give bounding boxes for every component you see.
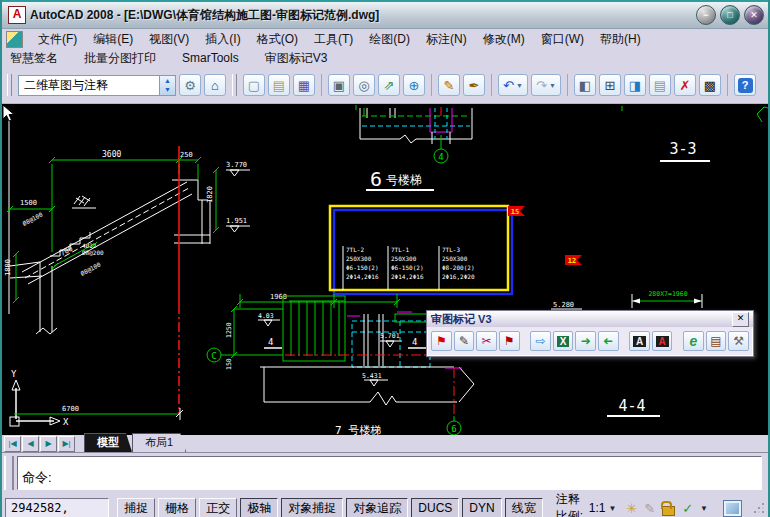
designcenter-button[interactable]: ⊞ bbox=[599, 74, 621, 96]
menu-file[interactable]: 文件(F) bbox=[31, 30, 84, 49]
annotation-scale-dropdown-icon[interactable]: ▼ bbox=[608, 504, 616, 513]
coordinate-readout[interactable]: 2942582, -2829074, 0 bbox=[5, 498, 109, 517]
toolbar-lock-icon[interactable] bbox=[662, 506, 675, 516]
svg-text:Φ8-200(2): Φ8-200(2) bbox=[442, 264, 475, 271]
maximize-button[interactable]: □ bbox=[720, 5, 740, 25]
annotation-visibility-icon[interactable]: ✳ bbox=[626, 501, 637, 516]
modify-markup-button[interactable]: ✂ bbox=[476, 331, 497, 351]
menu-tools[interactable]: 工具(T) bbox=[307, 30, 360, 49]
my-workspace-button[interactable]: ⌂ bbox=[204, 74, 226, 96]
review-toolbar-titlebar[interactable]: 审图标记 V3 ✕ bbox=[427, 311, 753, 327]
brush-icon: ✒ bbox=[469, 78, 480, 93]
markup-flag-15[interactable]: 15 bbox=[508, 206, 525, 216]
redo-dropdown-icon[interactable]: ▼ bbox=[549, 82, 556, 89]
browser-view-button[interactable]: e bbox=[683, 331, 704, 351]
menu-dimension[interactable]: 标注(N) bbox=[419, 30, 474, 49]
export-excel-button[interactable]: X bbox=[553, 331, 574, 351]
save-button[interactable]: ▦ bbox=[293, 74, 315, 96]
prev-markup-button[interactable]: ➜ bbox=[598, 331, 619, 351]
tab-prev-icon[interactable]: ◀ bbox=[22, 436, 39, 452]
mouse-cursor-icon bbox=[2, 104, 15, 123]
annotation-scale-value[interactable]: 1:1 bbox=[589, 501, 606, 515]
drawing-canvas[interactable]: 3600 250 3.770 1500 1820 1.951 700 1800 … bbox=[2, 104, 768, 435]
menu-edit[interactable]: 编辑(E) bbox=[86, 30, 140, 49]
redo-button[interactable]: ↷▼ bbox=[531, 74, 561, 96]
tool-palettes-button[interactable]: ◨ bbox=[624, 74, 646, 96]
command-input[interactable]: 命令: bbox=[17, 456, 762, 490]
sheet-set-manager-button[interactable]: ▤ bbox=[649, 74, 671, 96]
resize-grip[interactable] bbox=[753, 502, 765, 514]
tab-model[interactable]: 模型 bbox=[84, 433, 132, 452]
tab-layout1[interactable]: 布局1 bbox=[132, 433, 186, 452]
workspace-settings-button[interactable]: ⚙ bbox=[179, 74, 201, 96]
publish-pdf-button[interactable]: A bbox=[652, 331, 673, 351]
svg-text:1.951: 1.951 bbox=[226, 217, 247, 225]
help-button[interactable]: ? bbox=[734, 74, 756, 96]
quickcalc-button[interactable]: ▩ bbox=[699, 74, 721, 96]
review-toolbar-close-button[interactable]: ✕ bbox=[732, 312, 749, 327]
toolbar-grip[interactable] bbox=[7, 74, 12, 96]
export-report-button[interactable]: ⇨ bbox=[530, 331, 551, 351]
trusted-autodesk-icon[interactable]: ✓ bbox=[682, 501, 693, 516]
publish-button[interactable]: ⇗ bbox=[378, 74, 400, 96]
minimize-button[interactable]: − bbox=[696, 5, 716, 25]
svg-text:2Φ14,2Φ16: 2Φ14,2Φ16 bbox=[346, 273, 379, 280]
plot-preview-button[interactable]: ◎ bbox=[353, 74, 375, 96]
close-button[interactable]: ✕ bbox=[744, 5, 764, 25]
command-window-grip[interactable] bbox=[4, 456, 14, 490]
properties-button[interactable]: ◧ bbox=[574, 74, 596, 96]
menu-help[interactable]: 帮助(H) bbox=[593, 30, 648, 49]
next-markup-button[interactable]: ➜ bbox=[575, 331, 596, 351]
toolbar-grip[interactable] bbox=[232, 74, 237, 96]
menu-window[interactable]: 窗口(W) bbox=[534, 30, 591, 49]
beam-schedule: 7TL-2 250X300 Φ6-150(2) 2Φ14,2Φ16 7TL-1 … bbox=[343, 246, 475, 290]
toggle-osnap[interactable]: 对象捕捉 bbox=[281, 498, 343, 517]
settings-button[interactable]: ⚒ bbox=[728, 331, 749, 351]
section-left-labels: 3600 250 3.770 1500 1820 1.951 700 1800 … bbox=[4, 150, 250, 277]
3d-dwf-button[interactable]: ⊕ bbox=[403, 74, 425, 96]
menu-smart-signature[interactable]: 智慧签名 bbox=[10, 50, 58, 67]
publish-icon: ⇗ bbox=[384, 78, 395, 93]
toggle-ortho[interactable]: 正交 bbox=[199, 498, 237, 517]
svg-text:3.770: 3.770 bbox=[226, 161, 247, 169]
tab-first-icon[interactable]: |◀ bbox=[4, 436, 21, 452]
markup-flag-12[interactable]: 12 bbox=[565, 255, 582, 265]
menu-smartools[interactable]: SmarTools bbox=[182, 51, 239, 65]
toggle-dyn[interactable]: DYN bbox=[462, 498, 501, 517]
toggle-ducs[interactable]: DUCS bbox=[411, 498, 459, 517]
menu-insert[interactable]: 插入(I) bbox=[198, 30, 247, 49]
undo-dropdown-icon[interactable]: ▼ bbox=[516, 82, 523, 89]
tab-next-icon[interactable]: ▶ bbox=[40, 436, 57, 452]
cad-drawing: 3600 250 3.770 1500 1820 1.951 700 1800 … bbox=[2, 104, 768, 435]
plot-button[interactable]: ▣ bbox=[328, 74, 350, 96]
clean-screen-button[interactable] bbox=[723, 500, 742, 517]
edit-markup-button[interactable]: ✎ bbox=[454, 331, 475, 351]
toggle-snap[interactable]: 捕捉 bbox=[117, 498, 155, 517]
sketch-button[interactable]: ✎ bbox=[438, 74, 460, 96]
menu-batch-plot[interactable]: 批量分图打印 bbox=[84, 50, 156, 67]
publish-dwf-button[interactable]: A bbox=[629, 331, 650, 351]
tab-last-icon[interactable]: ▶| bbox=[58, 436, 75, 452]
match-properties-button[interactable]: ✒ bbox=[463, 74, 485, 96]
menu-format[interactable]: 格式(O) bbox=[250, 30, 305, 49]
menu-review-markup-v3[interactable]: 审图标记V3 bbox=[265, 50, 328, 67]
workspace-dropdown[interactable]: 二维草图与注释 ▲▼ bbox=[18, 75, 176, 96]
add-markup-button[interactable]: ⚑ bbox=[431, 331, 452, 351]
menu-draw[interactable]: 绘图(D) bbox=[362, 30, 417, 49]
undo-button[interactable]: ↶▼ bbox=[498, 74, 528, 96]
toggle-lwt[interactable]: 线宽 bbox=[505, 498, 543, 517]
open-button[interactable]: ▤ bbox=[268, 74, 290, 96]
tray-menu-arrow-icon[interactable]: ▼ bbox=[700, 504, 708, 513]
menu-modify[interactable]: 修改(M) bbox=[476, 30, 532, 49]
help-book-button[interactable]: ▤ bbox=[706, 331, 727, 351]
toggle-grid[interactable]: 栅格 bbox=[158, 498, 196, 517]
toggle-otrack[interactable]: 对象追踪 bbox=[346, 498, 408, 517]
workspace-spinner-icon[interactable]: ▲▼ bbox=[159, 76, 175, 95]
delete-markup-button[interactable]: ⚑ bbox=[499, 331, 520, 351]
annotation-autoscale-icon[interactable]: ✎ bbox=[644, 501, 655, 516]
design-review-icon: A bbox=[633, 336, 646, 347]
menu-view[interactable]: 视图(V) bbox=[142, 30, 196, 49]
toggle-polar[interactable]: 极轴 bbox=[240, 498, 278, 517]
markup-set-manager-button[interactable]: ✗ bbox=[674, 74, 696, 96]
new-button[interactable]: ▢ bbox=[243, 74, 265, 96]
